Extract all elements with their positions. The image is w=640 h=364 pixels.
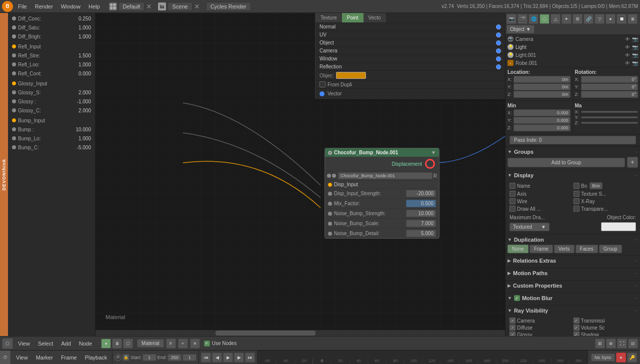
icon-scene2[interactable]: 🎬 — [518, 14, 528, 24]
icon-constraints[interactable]: 🔗 — [584, 14, 594, 24]
rv-diffuse-cb[interactable]: ✓ — [510, 325, 516, 331]
timeline-ruler[interactable]: -60 -40 -20 0 20 40 60 80 100 120 140 16… — [258, 351, 588, 364]
scene-close[interactable]: ✕ — [194, 2, 200, 10]
dup-btn-verts[interactable]: Verts — [554, 245, 574, 253]
robe-render[interactable]: 📷 — [632, 60, 638, 66]
rv-camera-cb[interactable]: ✓ — [510, 318, 516, 324]
layout-add[interactable]: ✕ — [146, 2, 152, 10]
light-render[interactable]: 📷 — [632, 44, 638, 50]
menu-file[interactable]: File — [15, 2, 30, 10]
icon-object[interactable]: ⬡ — [540, 14, 550, 24]
mb-enable-cb[interactable]: ✓ — [514, 295, 520, 301]
min-y-f[interactable]: 0.000 — [514, 117, 570, 124]
node-menu-node[interactable]: Node — [76, 340, 95, 348]
fullscreen-icon[interactable]: ⛶ — [617, 339, 627, 349]
icon-render2[interactable]: 🖥 — [628, 14, 638, 24]
rot-y-field[interactable]: 0° — [581, 83, 638, 90]
icon-texture2[interactable]: 🔲 — [616, 14, 626, 24]
max-z-f[interactable] — [581, 122, 638, 124]
layout-dropdown[interactable]: Default — [118, 2, 145, 11]
nbstrength-field[interactable]: 10.000 — [406, 210, 436, 217]
max-y-f[interactable] — [581, 116, 638, 118]
node-card-main[interactable]: Chocofur_Bump_Node.001 ▼ Displacement — [324, 148, 440, 239]
motion-paths-header[interactable]: ▶ Motion Paths ··· — [508, 270, 638, 276]
scene-dropdown[interactable]: Scene — [168, 2, 192, 11]
dup-btn-faces[interactable]: Faces — [576, 245, 598, 253]
scene-item-robe[interactable]: ▪ Robe.001 👁 📷 — [506, 59, 640, 67]
cb-name-check[interactable] — [510, 183, 516, 189]
icon-world[interactable]: 🌐 — [528, 14, 538, 24]
motion-blur-header[interactable]: ▼ ✓ Motion Blur ··· — [508, 295, 638, 301]
scene-item-light[interactable]: 💡 Light 👁 📷 — [506, 43, 640, 51]
scene-item-light001[interactable]: 💡 Light.001 👁 📷 — [506, 51, 640, 59]
scrollbar-thumb-h[interactable] — [216, 331, 316, 336]
object-dropdown[interactable]: Object ▼ — [506, 25, 534, 33]
node-editor[interactable]: Texture Point Vecto Normal UV — [96, 13, 505, 336]
icon-particles[interactable]: ✦ — [562, 14, 572, 24]
add-to-group-btn[interactable]: Add to Group — [508, 158, 625, 167]
editor-type-btn[interactable]: ⬡ — [2, 338, 13, 349]
tab-texture[interactable]: Texture — [316, 13, 342, 22]
tl-marker[interactable]: Marker — [33, 354, 56, 362]
tl-view[interactable]: View — [13, 354, 31, 362]
dup-btn-none[interactable]: None — [508, 245, 528, 253]
icon-render[interactable]: 📷 — [506, 14, 516, 24]
node-close-btn[interactable] — [328, 151, 332, 155]
groups-plus-btn[interactable]: + — [627, 157, 638, 168]
lock-icon[interactable]: 🔒 — [122, 354, 130, 361]
snap-icon[interactable]: ⊞ — [595, 339, 605, 349]
cb-wire-check[interactable] — [510, 198, 516, 204]
mode-material[interactable]: ● — [101, 339, 111, 349]
jump-start-btn[interactable]: ⏮ — [201, 353, 211, 363]
material-dropdown[interactable]: Material — [137, 339, 164, 348]
timeline-editor-icon[interactable]: ⏱ — [0, 351, 11, 364]
node-menu-add[interactable]: Add — [58, 340, 74, 348]
relations-header[interactable]: ▶ Relations Extras ··· — [508, 258, 638, 264]
ray-vis-header[interactable]: ▼ Ray Visibility ··· — [508, 308, 638, 314]
light001-render[interactable]: 📷 — [632, 52, 638, 58]
dup-btn-group[interactable]: Group — [599, 245, 622, 253]
max-x-f[interactable] — [581, 111, 638, 113]
light-eye[interactable]: 👁 — [625, 44, 630, 50]
nbscale-field[interactable]: 7.000 — [406, 220, 436, 227]
groups-header[interactable]: ▼ Groups ··· — [508, 149, 638, 155]
min-x-f[interactable]: 0.000 — [514, 109, 570, 116]
tab-point[interactable]: Point — [342, 13, 364, 22]
tab-vector[interactable]: Vecto — [364, 13, 386, 22]
cb-texture-s-check[interactable] — [574, 191, 580, 197]
del-material-btn[interactable]: ✕ — [190, 339, 200, 349]
rot-z-field[interactable]: 0° — [581, 91, 638, 98]
node-menu-select[interactable]: Select — [35, 340, 56, 348]
light001-eye[interactable]: 👁 — [625, 52, 630, 58]
node-scrollbar-h[interactable] — [96, 330, 505, 336]
cb-bo-check[interactable] — [574, 183, 580, 189]
menu-window[interactable]: Window — [58, 2, 84, 10]
start-field[interactable]: 1 — [142, 354, 156, 361]
custom-props-header[interactable]: ▶ Custom Properties ··· — [508, 283, 638, 289]
objec-swatch[interactable] — [336, 72, 366, 79]
no-sync-dropdown[interactable]: No Sync — [591, 354, 615, 362]
menu-render[interactable]: Render — [32, 2, 56, 10]
pass-index-field[interactable]: Pass Inde: 0 — [510, 136, 636, 144]
end-field[interactable]: 250 — [168, 354, 182, 361]
next-frame-btn[interactable]: ▶ — [234, 353, 244, 363]
node-output-socket[interactable] — [424, 158, 436, 170]
fake-user-btn[interactable]: F — [166, 339, 176, 349]
keying-btn[interactable]: 🔑 — [627, 353, 637, 363]
duplication-header[interactable]: ▼ Duplication ··· — [508, 237, 638, 243]
mix-field[interactable]: 0.500 — [406, 200, 436, 207]
icon-material[interactable]: ● — [606, 14, 616, 24]
cb-xray-check[interactable] — [574, 198, 580, 204]
from-dupli-cb[interactable] — [320, 81, 326, 87]
strength-field[interactable]: -20.000 — [406, 190, 436, 197]
menu-help[interactable]: Help — [86, 2, 103, 10]
camera-eye[interactable]: 👁 — [625, 36, 630, 42]
tl-playback[interactable]: Playback — [82, 354, 110, 362]
node-input-dropdown[interactable]: Chocofur_Bump_Node.001 — [338, 172, 432, 179]
mode-compositor[interactable]: ⬡ — [123, 339, 133, 349]
dup-btn-frame[interactable]: Frame — [530, 245, 553, 253]
rv-shadow-cb[interactable]: ✓ — [574, 332, 580, 336]
display-header[interactable]: ▼ Display ··· — [508, 172, 638, 178]
mode-render[interactable]: 🖥 — [112, 339, 122, 349]
new-material-btn[interactable]: + — [178, 339, 188, 349]
